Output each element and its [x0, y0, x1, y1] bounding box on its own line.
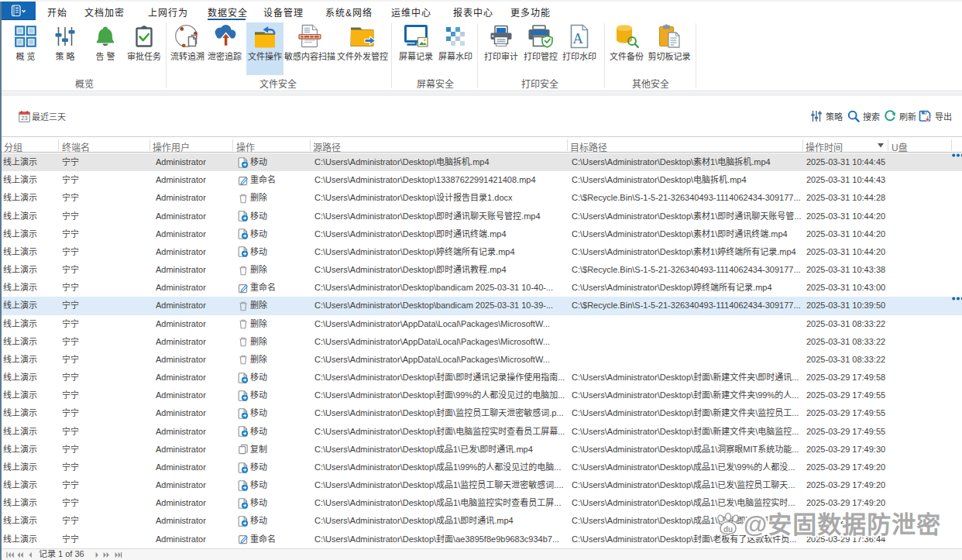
- svg-text:A: A: [572, 30, 583, 46]
- svg-text:23: 23: [21, 115, 27, 122]
- svg-text:du: du: [723, 525, 733, 534]
